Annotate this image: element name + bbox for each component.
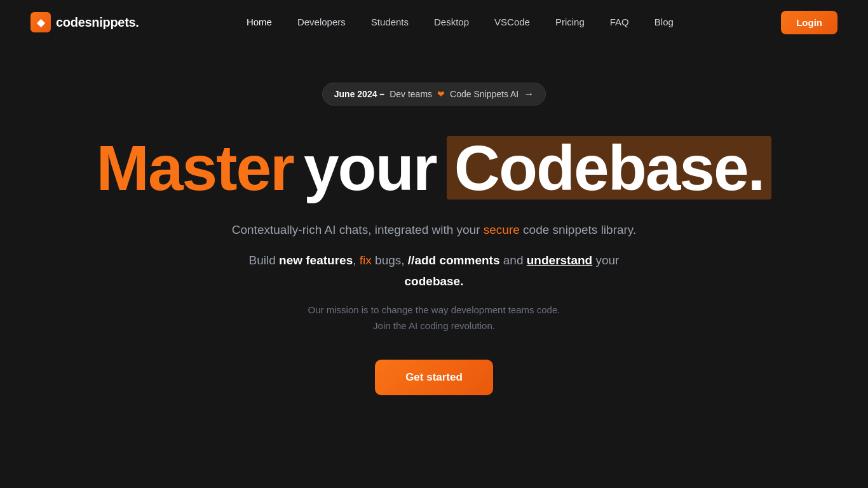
subtitle-understand: understand (527, 254, 592, 267)
logo-icon: ◆ (31, 12, 51, 32)
trusted-before: Trusted by the (204, 484, 376, 488)
badge-sep: Dev teams (390, 89, 432, 99)
hero-title-master: Master (97, 136, 294, 200)
nav-item-faq[interactable]: FAQ (610, 17, 629, 28)
heart-icon: ❤ (437, 89, 445, 99)
subtitle-after-secure: code snippets library. (520, 223, 636, 236)
nav-links: Home Developers Students Desktop VSCode … (247, 17, 674, 28)
logo[interactable]: ◆ codesnippets. (31, 12, 139, 32)
hero-title: Master your Codebase. (97, 136, 772, 200)
nav-link-students[interactable]: Students (371, 17, 409, 27)
badge-arrow-icon: → (524, 88, 534, 100)
hero-mission: Our mission is to change the way develop… (308, 302, 560, 334)
subtitle-before-secure: Contextually-rich AI chats, integrated w… (232, 223, 484, 236)
nav-item-blog[interactable]: Blog (654, 17, 674, 28)
hero-subtitle-line2: Build new features, fix bugs, //add comm… (218, 250, 650, 292)
nav-item-home[interactable]: Home (247, 17, 272, 28)
mission-line2: Join the AI coding revolution. (373, 320, 495, 331)
announcement-badge[interactable]: June 2024 – Dev teams ❤ Code Snippets AI… (322, 83, 546, 105)
subtitle-add-comments: //add comments (408, 254, 500, 267)
subtitle-codebase: codebase. (405, 274, 464, 288)
hero-subtitle-line1: Contextually-rich AI chats, integrated w… (232, 220, 636, 240)
badge-date: June 2024 – (334, 89, 384, 99)
nav-link-vscode[interactable]: VSCode (494, 17, 530, 27)
trusted-best: best (376, 484, 425, 488)
subtitle-build: Build (249, 254, 280, 267)
get-started-button[interactable]: Get started (375, 360, 493, 395)
nav-link-pricing[interactable]: Pricing (555, 17, 585, 27)
subtitle-new-features: new features (279, 254, 353, 267)
nav-link-faq[interactable]: FAQ (610, 17, 629, 27)
nav-link-blog[interactable]: Blog (654, 17, 674, 27)
nav-link-home[interactable]: Home (247, 17, 272, 27)
hero-title-codebase-wrapper: Codebase. (447, 136, 772, 200)
nav-link-developers[interactable]: Developers (297, 17, 346, 27)
brand-name: codesnippets. (56, 15, 139, 30)
nav-item-vscode[interactable]: VSCode (494, 17, 530, 28)
nav-item-desktop[interactable]: Desktop (434, 17, 469, 28)
trusted-title: Trusted by the best development teams. (204, 484, 664, 488)
login-button[interactable]: Login (781, 11, 837, 34)
nav-item-developers[interactable]: Developers (297, 17, 346, 28)
badge-product: Code Snippets AI (450, 89, 519, 99)
nav-link-desktop[interactable]: Desktop (434, 17, 469, 27)
trusted-section: Trusted by the best development teams. P… (0, 446, 868, 488)
navbar: ◆ codesnippets. Home Developers Students… (0, 0, 868, 44)
subtitle-fix: fix (360, 254, 372, 267)
hero-title-codebase: Codebase. (454, 132, 764, 203)
trusted-after: development teams. (425, 484, 664, 488)
subtitle-secure: secure (484, 223, 520, 236)
hero-title-your: your (304, 136, 437, 200)
mission-line1: Our mission is to change the way develop… (308, 304, 560, 315)
nav-item-pricing[interactable]: Pricing (555, 17, 585, 28)
hero-section: June 2024 – Dev teams ❤ Code Snippets AI… (0, 44, 868, 446)
nav-item-students[interactable]: Students (371, 17, 409, 28)
